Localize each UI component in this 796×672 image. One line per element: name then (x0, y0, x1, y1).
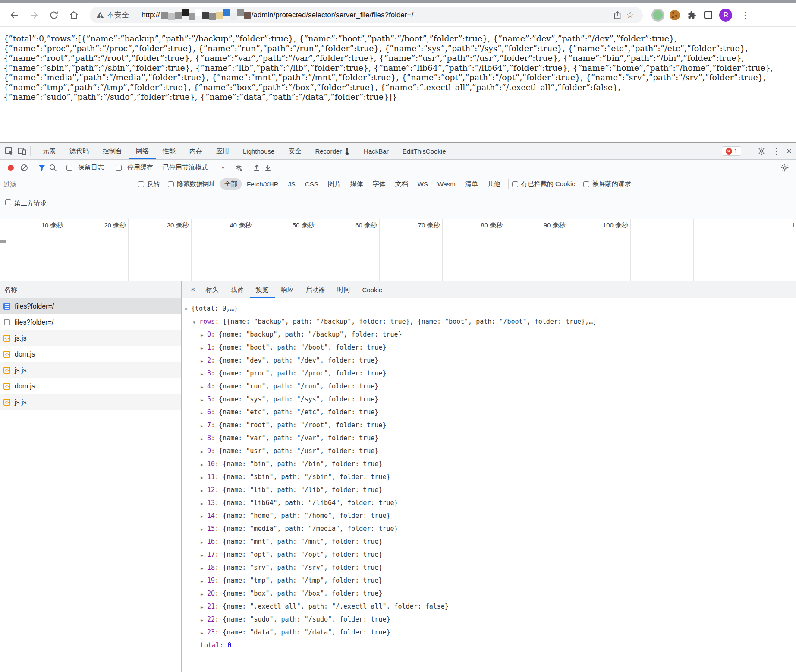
tree-entry-line[interactable]: ▶5: {name: "sys", path: "/sys", folder: … (185, 393, 796, 406)
request-type-filter[interactable]: Fetch/XHR (242, 179, 283, 189)
tree-entry-line[interactable]: ▶17: {name: "opt", path: "/opt", folder:… (185, 549, 796, 562)
request-type-filter[interactable]: 全部 (220, 178, 242, 190)
disclosure-collapsed-icon[interactable]: ▶ (201, 394, 207, 406)
devtools-tab[interactable]: 网络 (129, 143, 156, 159)
tree-entry-line[interactable]: ▶3: {name: "proc", path: "/proc", folder… (185, 367, 796, 380)
tree-entry-line[interactable]: ▶13: {name: "lib64", path: "/lib64", fol… (185, 497, 796, 510)
search-icon[interactable] (49, 164, 57, 172)
tree-entry-line[interactable]: ▶7: {name: "root", path: "/root", folder… (185, 419, 796, 432)
blocked-cookies-checkbox[interactable] (512, 181, 518, 187)
disclosure-expanded-icon[interactable]: ▼ (185, 303, 191, 315)
tree-entry-line[interactable]: ▶6: {name: "etc", path: "/etc", folder: … (185, 406, 796, 419)
tree-entry-line[interactable]: ▶15: {name: "media", path: "/media", fol… (185, 523, 796, 536)
request-type-filter[interactable]: 文档 (391, 178, 412, 190)
request-type-filter[interactable]: 字体 (368, 178, 390, 190)
devtools-close-button[interactable]: × (787, 147, 792, 155)
disclosure-collapsed-icon[interactable]: ▶ (201, 342, 207, 354)
network-conditions-icon[interactable] (234, 163, 243, 173)
disclosure-collapsed-icon[interactable]: ▶ (201, 329, 207, 341)
tree-total-line[interactable]: total: 0 (185, 639, 796, 651)
error-count-badge[interactable]: × 1 (722, 146, 742, 156)
disclosure-collapsed-icon[interactable]: ▶ (201, 420, 207, 432)
tree-entry-line[interactable]: ▶1: {name: "boot", path: "/boot", folder… (185, 341, 796, 354)
disclosure-collapsed-icon[interactable]: ▶ (201, 575, 207, 587)
disclosure-collapsed-icon[interactable]: ▶ (201, 588, 207, 600)
devtools-tab[interactable]: 源代码 (63, 143, 96, 159)
response-tab[interactable]: 预览 (250, 281, 275, 298)
filter-funnel-icon[interactable] (38, 164, 46, 172)
disclosure-collapsed-icon[interactable]: ▶ (201, 536, 207, 549)
response-tab[interactable]: Cookie (356, 281, 389, 298)
tree-rows-line[interactable]: ▼rows: [{name: "backup", path: "/backup"… (185, 315, 796, 328)
home-button[interactable] (66, 8, 81, 22)
tree-entry-line[interactable]: ▶16: {name: "mnt", path: "/mnt", folder:… (185, 536, 796, 549)
tree-entry-line[interactable]: ▶20: {name: "box", path: "/box", folder:… (185, 587, 796, 600)
clear-network-log-icon[interactable] (20, 164, 28, 172)
request-row[interactable]: dom.js (0, 346, 181, 362)
third-party-checkbox[interactable] (5, 199, 11, 205)
devtools-tab[interactable]: EditThisCookie (396, 143, 453, 159)
import-har-icon[interactable] (252, 164, 261, 172)
devtools-tab[interactable]: Lighthouse (236, 143, 281, 159)
disclosure-collapsed-icon[interactable]: ▶ (201, 511, 207, 523)
tree-entry-line[interactable]: ▶2: {name: "dev", path: "/dev", folder: … (185, 354, 796, 367)
share-button[interactable] (611, 9, 624, 22)
tree-root-line[interactable]: ▼{total: 0,…} (185, 303, 796, 315)
request-row[interactable]: dom.js (0, 378, 181, 394)
response-tab[interactable]: 响应 (275, 281, 300, 298)
extension-green-icon[interactable] (653, 10, 663, 20)
request-row[interactable]: js.js (0, 362, 181, 378)
browser-menu-button[interactable]: ⋮ (739, 10, 752, 19)
response-tab[interactable]: 标头 (200, 281, 225, 298)
disclosure-collapsed-icon[interactable]: ▶ (201, 601, 207, 613)
disclosure-collapsed-icon[interactable]: ▶ (201, 459, 207, 471)
blocked-requests-checkbox[interactable] (583, 181, 589, 187)
inspect-element-button[interactable] (3, 145, 16, 157)
disclosure-collapsed-icon[interactable]: ▶ (201, 472, 207, 484)
devtools-tab[interactable]: Recorder (308, 143, 357, 159)
disclosure-collapsed-icon[interactable]: ▶ (201, 368, 207, 380)
network-settings-gear-icon[interactable] (780, 164, 789, 172)
request-row[interactable]: js.js (0, 330, 181, 346)
devtools-tab[interactable]: 性能 (156, 143, 182, 159)
devtools-tab[interactable]: 内存 (182, 143, 209, 159)
devtools-settings-gear-icon[interactable] (757, 147, 766, 155)
request-type-filter[interactable]: 其他 (483, 178, 505, 190)
devtools-tab[interactable]: 元素 (36, 143, 63, 159)
disclosure-collapsed-icon[interactable]: ▶ (201, 381, 207, 393)
request-row[interactable]: js.js (0, 394, 181, 410)
devtools-menu-button[interactable]: ⋮ (772, 147, 780, 155)
record-network-log-button[interactable] (8, 165, 14, 171)
request-type-filter[interactable]: WS (413, 179, 432, 189)
back-button[interactable] (7, 8, 22, 22)
tree-entry-line[interactable]: ▶9: {name: "usr", path: "/usr", folder: … (185, 445, 796, 458)
tree-entry-line[interactable]: ▶11: {name: "sbin", path: "/sbin", folde… (185, 471, 796, 484)
disclosure-collapsed-icon[interactable]: ▶ (201, 627, 207, 639)
name-column-header[interactable]: 名称 (4, 286, 17, 294)
disclosure-expanded-icon[interactable]: ▼ (193, 316, 199, 328)
disclosure-collapsed-icon[interactable]: ▶ (201, 407, 207, 419)
disclosure-collapsed-icon[interactable]: ▶ (201, 355, 207, 367)
devtools-tab[interactable]: 安全 (281, 143, 308, 159)
disclosure-collapsed-icon[interactable]: ▶ (201, 524, 207, 536)
chevron-down-icon[interactable]: ▼ (221, 165, 225, 170)
forward-button[interactable] (27, 8, 41, 22)
request-list-header[interactable]: 名称 (0, 281, 181, 298)
filter-input[interactable] (3, 180, 107, 188)
tree-entry-line[interactable]: ▶0: {name: "backup", path: "/backup", fo… (185, 328, 796, 341)
tree-entry-line[interactable]: ▶21: {name: ".exectl_all", path: "/.exec… (185, 600, 796, 613)
request-row[interactable]: files?folder=/ (0, 298, 181, 314)
disclosure-collapsed-icon[interactable]: ▶ (201, 433, 207, 445)
response-tab[interactable]: 时间 (331, 281, 356, 298)
tree-entry-line[interactable]: ▶23: {name: "data", path: "/data", folde… (185, 626, 796, 639)
devtools-tab[interactable]: 控制台 (96, 143, 129, 159)
toggle-device-toolbar-button[interactable] (16, 145, 28, 157)
disclosure-collapsed-icon[interactable]: ▶ (201, 562, 207, 574)
request-type-filter[interactable]: CSS (301, 179, 323, 189)
profile-avatar[interactable]: R (719, 9, 732, 22)
disclosure-collapsed-icon[interactable]: ▶ (201, 446, 207, 458)
extension-cookie-icon[interactable] (670, 10, 680, 20)
close-detail-button[interactable]: × (186, 285, 200, 294)
bookmark-button[interactable]: ☆ (624, 9, 637, 22)
tree-entry-line[interactable]: ▶14: {name: "home", path: "/home", folde… (185, 510, 796, 523)
